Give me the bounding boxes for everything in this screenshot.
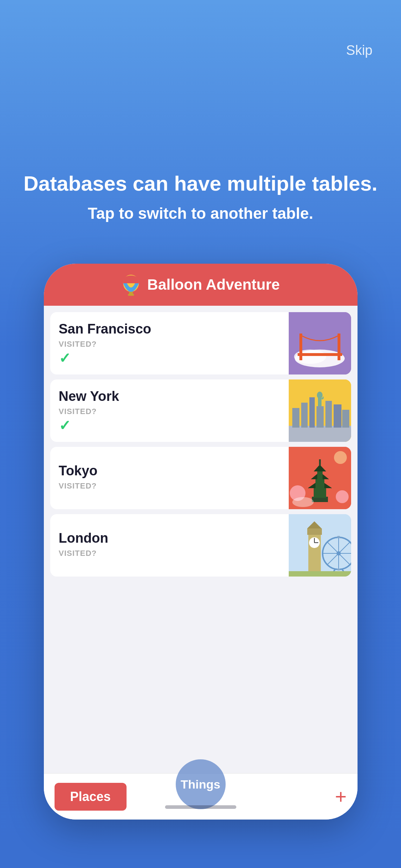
visited-label-sf: VISITED? bbox=[59, 340, 280, 349]
tab-places[interactable]: Places bbox=[55, 783, 127, 811]
svg-point-32 bbox=[336, 490, 349, 503]
svg-rect-17 bbox=[317, 406, 324, 428]
svg-rect-15 bbox=[301, 403, 308, 428]
svg-rect-51 bbox=[337, 569, 340, 570]
city-name-london: London bbox=[59, 531, 280, 546]
tab-bar: Places Things + bbox=[44, 773, 358, 820]
svg-rect-28 bbox=[315, 479, 324, 489]
city-image-ny bbox=[289, 379, 351, 442]
app-title: Balloon Adventure bbox=[147, 276, 280, 293]
tab-add-button[interactable]: + bbox=[335, 787, 347, 807]
list-item-info-tokyo: Tokyo VISITED? bbox=[50, 455, 289, 501]
svg-rect-2 bbox=[128, 294, 134, 296]
svg-rect-9 bbox=[299, 334, 302, 340]
svg-point-34 bbox=[292, 497, 314, 507]
heading-sub: Tap to switch to another table. bbox=[21, 203, 380, 223]
list-item[interactable]: San Francisco VISITED? ✓ bbox=[50, 312, 351, 374]
app-header: Balloon Adventure bbox=[44, 264, 358, 306]
svg-point-5 bbox=[294, 350, 326, 364]
city-name-tokyo: Tokyo bbox=[59, 463, 280, 479]
svg-rect-7 bbox=[338, 339, 340, 360]
tab-things-button[interactable]: Things bbox=[176, 759, 226, 809]
city-image-sf bbox=[289, 312, 351, 374]
list-item[interactable]: Tokyo VISITED? bbox=[50, 447, 351, 509]
checkmark-sf: ✓ bbox=[59, 351, 280, 365]
svg-rect-6 bbox=[299, 339, 302, 360]
city-name-sf: San Francisco bbox=[59, 321, 280, 337]
heading-main: Databases can have multiple tables. bbox=[21, 171, 380, 196]
svg-rect-20 bbox=[342, 410, 349, 428]
visited-label-london: VISITED? bbox=[59, 549, 280, 558]
city-image-london bbox=[289, 514, 351, 577]
checkmark-ny: ✓ bbox=[59, 418, 280, 433]
list-item-info-london: London VISITED? bbox=[50, 523, 289, 568]
svg-rect-27 bbox=[314, 488, 326, 498]
svg-point-47 bbox=[336, 551, 341, 556]
home-indicator bbox=[165, 805, 236, 809]
skip-button[interactable]: Skip bbox=[346, 43, 372, 58]
city-name-ny: New York bbox=[59, 389, 280, 404]
svg-rect-16 bbox=[309, 397, 315, 428]
svg-rect-29 bbox=[317, 471, 323, 480]
visited-label-tokyo: VISITED? bbox=[59, 481, 280, 491]
list-item[interactable]: London VISITED? bbox=[50, 514, 351, 577]
svg-rect-53 bbox=[289, 571, 351, 577]
svg-rect-24 bbox=[324, 395, 325, 398]
svg-rect-18 bbox=[325, 401, 332, 428]
list-item-info-ny: New York VISITED? ✓ bbox=[50, 381, 289, 440]
city-image-tokyo bbox=[289, 447, 351, 509]
svg-rect-30 bbox=[319, 459, 321, 466]
list-item[interactable]: New York VISITED? ✓ bbox=[50, 379, 351, 442]
svg-rect-50 bbox=[337, 536, 340, 538]
content-area: San Francisco VISITED? ✓ bbox=[44, 306, 358, 773]
svg-rect-19 bbox=[334, 404, 341, 428]
svg-rect-10 bbox=[338, 334, 340, 340]
svg-rect-40 bbox=[307, 528, 322, 535]
svg-rect-14 bbox=[292, 408, 299, 428]
svg-rect-8 bbox=[298, 353, 342, 356]
svg-point-33 bbox=[334, 451, 347, 464]
tab-things-label: Things bbox=[181, 777, 220, 791]
heading-section: Databases can have multiple tables. Tap … bbox=[0, 171, 401, 223]
list-item-info-sf: San Francisco VISITED? ✓ bbox=[50, 314, 289, 373]
visited-label-ny: VISITED? bbox=[59, 407, 280, 416]
phone-mockup: Balloon Adventure San Francisco VISITED?… bbox=[44, 264, 358, 820]
tab-things-wrapper: Things bbox=[176, 759, 226, 809]
balloon-icon bbox=[121, 273, 141, 296]
svg-rect-13 bbox=[289, 426, 351, 442]
